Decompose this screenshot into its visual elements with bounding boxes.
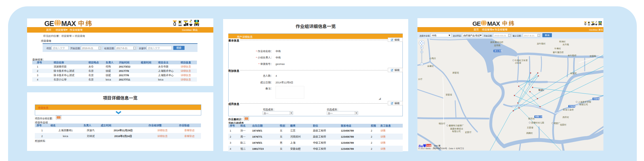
svg-text:明胶厂: 明胶厂 <box>554 121 561 125</box>
svg-text:有限公司: 有限公司 <box>579 103 588 106</box>
svg-text:西农村: 西农村 <box>563 115 569 119</box>
svg-text:卫生室: 卫生室 <box>515 61 521 64</box>
svg-text:有限公司: 有限公司 <box>452 130 461 133</box>
svg-text:林家宅: 林家宅 <box>570 72 577 75</box>
svg-text:亚湾江青桥: 亚湾江青桥 <box>563 108 574 111</box>
svg-text:贺家库: 贺家库 <box>446 93 452 96</box>
svg-text:吴塘村幼儿园: 吴塘村幼儿园 <box>531 121 544 124</box>
svg-text:史家圩: 史家圩 <box>465 130 472 134</box>
svg-text:郁农村: 郁农村 <box>528 117 535 120</box>
svg-text:金星村: 金星村 <box>427 64 434 68</box>
svg-text:暗存圩: 暗存圩 <box>439 122 445 125</box>
svg-text:王家埭: 王家埭 <box>527 126 533 129</box>
svg-text:金叶路桥: 金叶路桥 <box>568 54 576 57</box>
svg-text:最春新力模塑厂: 最春新力模塑厂 <box>449 124 464 127</box>
svg-text:高新潘泾冯桥: 高新潘泾冯桥 <box>490 40 503 44</box>
svg-text:加叶路村: 加叶路村 <box>537 42 546 45</box>
svg-text:淀江大桥: 淀江大桥 <box>494 49 502 52</box>
svg-text:叶巷村: 叶巷村 <box>554 47 561 50</box>
svg-text:芳歆路: 芳歆路 <box>593 97 599 100</box>
svg-text:顾家宅: 顾家宅 <box>453 71 459 74</box>
svg-text:轨迹1: 轨迹1 <box>538 88 544 91</box>
svg-text:芳歆路: 芳歆路 <box>569 105 575 108</box>
svg-text:大圩: 大圩 <box>418 77 423 80</box>
svg-text:小陶王: 小陶王 <box>430 57 436 60</box>
svg-text:水升路: 水升路 <box>563 43 569 46</box>
svg-text:钱家村: 钱家村 <box>560 123 567 126</box>
svg-text:连秀路: 连秀路 <box>494 44 501 47</box>
svg-text:西圈村: 西圈村 <box>526 131 533 134</box>
svg-text:体育路: 体育路 <box>590 54 596 57</box>
svg-text:百度: 百度 <box>427 144 431 147</box>
svg-text:特鲁江桥: 特鲁江桥 <box>535 115 543 118</box>
svg-text:© 2017 Baidu - 39(2016)2089号 -: © 2017 Baidu - 39(2016)2089号 - Data © 长地… <box>418 147 464 150</box>
svg-text:曹叶蒲云桥: 曹叶蒲云桥 <box>553 50 564 54</box>
